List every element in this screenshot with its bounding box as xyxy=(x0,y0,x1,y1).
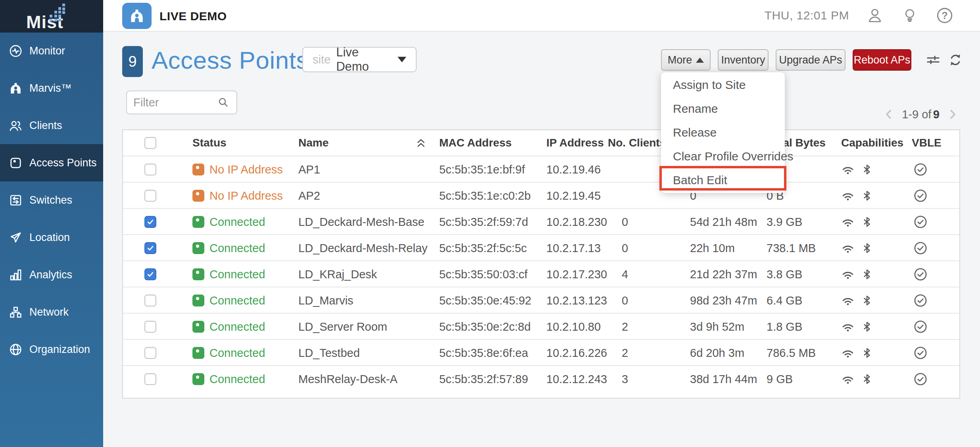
menu-item[interactable]: Batch Edit xyxy=(661,168,785,192)
ap-bytes: 786.5 MB xyxy=(767,340,816,366)
sidebar-item-monitor[interactable]: Monitor xyxy=(0,32,103,69)
more-button[interactable]: More xyxy=(661,49,711,71)
row-checkbox[interactable] xyxy=(144,373,156,385)
sidebar-item-organization[interactable]: Organization xyxy=(0,331,103,368)
vble-check-icon xyxy=(913,346,928,360)
filter-input[interactable] xyxy=(133,96,213,109)
sort-ascending-icon[interactable] xyxy=(416,138,426,148)
capabilities-cell xyxy=(841,372,873,387)
sidebar-item-location[interactable]: Location xyxy=(0,219,103,256)
select-all-checkbox[interactable] xyxy=(144,137,156,149)
ap-name[interactable]: LD_Server Room xyxy=(298,314,387,340)
site-selector[interactable]: site Live Demo xyxy=(302,47,417,72)
column-header-vble[interactable]: VBLE xyxy=(912,130,942,156)
table-row[interactable]: Connected LD_Server Room 5c:5b:35:0e:2c:… xyxy=(123,313,959,339)
status-cell: No IP Address xyxy=(192,183,283,209)
ap-uptime: 6d 20h 3m xyxy=(690,340,744,366)
row-checkbox[interactable] xyxy=(144,321,156,333)
row-checkbox[interactable] xyxy=(144,347,156,359)
ap-mac: 5c:5b:35:2f:5c:5c xyxy=(439,235,527,261)
column-header-capabilities[interactable]: Capabilities xyxy=(841,130,903,156)
next-page-icon[interactable] xyxy=(947,108,959,120)
bulb-icon[interactable] xyxy=(901,6,919,25)
table-row[interactable]: Connected LD_KRaj_Desk 5c:5b:35:50:03:cf… xyxy=(123,260,959,287)
menu-item[interactable]: Clear Profile Overrides xyxy=(661,145,785,168)
topbar: LIVE DEMO THU, 12:01 PM ? xyxy=(103,0,980,32)
user-icon[interactable] xyxy=(866,6,884,25)
table-row[interactable]: Connected MeshRelay-Desk-A 5c:5b:35:2f:5… xyxy=(123,365,959,391)
row-checkbox[interactable] xyxy=(144,216,156,228)
table-row[interactable]: Connected LD_Deckard-Mesh-Relay 5c:5b:35… xyxy=(123,234,959,260)
row-checkbox-cell xyxy=(144,164,156,175)
inventory-button[interactable]: Inventory xyxy=(718,49,769,71)
chevron-down-icon xyxy=(398,57,406,62)
more-button-label: More xyxy=(668,54,692,66)
sidebar-item-label: Marvis™ xyxy=(29,82,72,94)
status-cell: Connected xyxy=(192,366,265,392)
menu-item[interactable]: Assign to Site xyxy=(661,73,785,97)
refresh-icon[interactable] xyxy=(947,52,963,68)
ap-bytes: 3.9 GB xyxy=(767,209,802,235)
row-checkbox[interactable] xyxy=(144,295,156,306)
column-header-clients[interactable]: No. Clients xyxy=(608,130,666,156)
org-tile[interactable] xyxy=(122,3,152,29)
status-badge: Connected xyxy=(209,314,265,340)
ap-status-icon xyxy=(192,190,204,202)
row-checkbox-cell xyxy=(144,295,156,306)
sidebar-item-switches[interactable]: Switches xyxy=(0,181,103,219)
ap-name[interactable]: LD_Marvis xyxy=(298,287,354,314)
vble-check-icon xyxy=(913,320,928,334)
bluetooth-icon xyxy=(861,241,873,255)
more-menu: Assign to Site Rename Release Clear Prof… xyxy=(661,72,785,193)
prev-page-icon[interactable] xyxy=(883,108,895,120)
sidebar-item-network[interactable]: Network xyxy=(0,293,103,331)
ap-name[interactable]: MeshRelay-Desk-A xyxy=(298,366,398,392)
status-badge: Connected xyxy=(209,209,265,235)
ap-ip: 10.2.12.243 xyxy=(546,366,607,392)
ap-name[interactable]: LD_Deckard-Mesh-Relay xyxy=(298,235,428,261)
menu-item[interactable]: Release xyxy=(661,121,785,145)
ap-mac: 5c:5b:35:0e:45:92 xyxy=(439,287,531,314)
column-header-name[interactable]: Name xyxy=(298,130,329,156)
ap-name[interactable]: LD_Testbed xyxy=(298,340,360,366)
ap-uptime: 54d 21h 48m xyxy=(690,209,757,235)
ap-name[interactable]: AP1 xyxy=(298,156,320,183)
ap-status-icon xyxy=(192,347,204,359)
help-icon[interactable]: ? xyxy=(936,6,954,25)
site-selector-value: Live Demo xyxy=(336,45,392,74)
column-header-mac[interactable]: MAC Address xyxy=(439,130,512,156)
mist-logo-dots-icon xyxy=(47,2,66,22)
ap-node-icon xyxy=(128,7,146,25)
column-settings-icon[interactable] xyxy=(925,52,941,68)
sidebar-item-marvis[interactable]: Marvis™ xyxy=(0,69,103,107)
filter-field xyxy=(126,91,237,114)
sidebar-item-clients[interactable]: Clients xyxy=(0,107,103,144)
reboot-aps-button[interactable]: Reboot APs xyxy=(853,49,911,71)
ap-name[interactable]: AP2 xyxy=(298,183,320,209)
ap-name[interactable]: LD_Deckard-Mesh-Base xyxy=(298,209,425,235)
row-checkbox[interactable] xyxy=(144,242,156,254)
location-icon xyxy=(8,230,23,245)
row-checkbox-cell xyxy=(144,347,156,359)
status-badge: No IP Address xyxy=(209,156,283,183)
table-row[interactable]: No IP Address AP1 5c:5b:35:1e:bf:9f 10.2… xyxy=(123,156,959,182)
bluetooth-icon xyxy=(861,268,873,281)
table-row[interactable]: No IP Address AP2 5c:5b:35:1e:c0:2b 10.2… xyxy=(123,182,959,208)
table-row[interactable]: Connected LD_Testbed 5c:5b:35:8e:6f:ea 1… xyxy=(123,339,959,365)
row-checkbox[interactable] xyxy=(144,164,156,175)
row-checkbox[interactable] xyxy=(144,190,156,202)
table-row[interactable]: Connected LD_Marvis 5c:5b:35:0e:45:92 10… xyxy=(123,287,959,313)
ap-name[interactable]: LD_KRaj_Desk xyxy=(298,261,377,287)
sidebar-item-label: Access Points xyxy=(29,157,97,169)
column-header-status[interactable]: Status xyxy=(192,130,227,156)
row-checkbox-cell xyxy=(144,190,156,202)
table-row[interactable]: Connected LD_Deckard-Mesh-Base 5c:5b:35:… xyxy=(123,208,959,234)
menu-item[interactable]: Rename xyxy=(661,97,785,121)
sidebar-item-access-points[interactable]: Access Points xyxy=(0,144,103,181)
row-checkbox[interactable] xyxy=(144,268,156,280)
column-header-ip[interactable]: IP Address xyxy=(546,130,604,156)
sidebar-item-analytics[interactable]: Analytics xyxy=(0,256,103,293)
status-cell: Connected xyxy=(192,261,265,287)
capabilities-cell xyxy=(841,319,873,334)
upgrade-aps-button[interactable]: Upgrade APs xyxy=(776,49,845,71)
